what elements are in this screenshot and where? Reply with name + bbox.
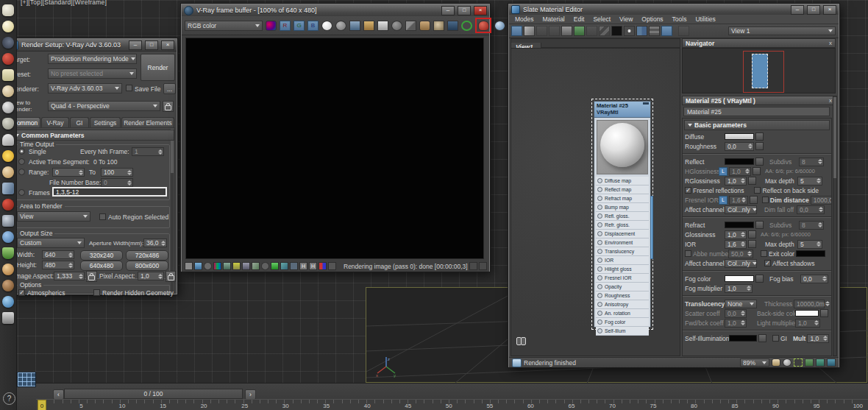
- diffuse-color-swatch[interactable]: [725, 133, 754, 140]
- range-to-spinner[interactable]: 100: [101, 168, 133, 177]
- dim-distance-spinner[interactable]: 1000,0mm: [811, 196, 832, 205]
- ior-spinner[interactable]: 1,6: [725, 240, 747, 249]
- vfb-resize-icon[interactable]: [479, 262, 487, 270]
- navigator-body[interactable]: [682, 48, 836, 93]
- copy-to-clipboard-button[interactable]: [377, 21, 388, 31]
- view-select-dropdown[interactable]: View 1: [728, 26, 836, 35]
- node-slot[interactable]: Refl. gloss.: [596, 212, 649, 221]
- ball-icon[interactable]: [2, 166, 14, 178]
- ior-map-button[interactable]: [748, 240, 756, 248]
- red-channel-button[interactable]: R: [280, 21, 291, 31]
- minimize-button[interactable]: [791, 5, 804, 15]
- menu-item[interactable]: Edit: [574, 15, 585, 23]
- sun-icon[interactable]: [2, 150, 14, 162]
- params-scrollbar[interactable]: [833, 96, 837, 356]
- vfb-tool-icon[interactable]: [204, 262, 212, 270]
- viewport-label[interactable]: [+][Top][Standard][Wireframe]: [21, 0, 107, 6]
- active-time-segment-radio[interactable]: [18, 158, 25, 165]
- selfillum-color-swatch[interactable]: [729, 335, 757, 342]
- vfb-tool-icon[interactable]: [242, 262, 250, 270]
- params-header[interactable]: Material #25 ( VRayMtl ) x: [682, 96, 836, 105]
- stop-render-button[interactable]: [478, 21, 489, 31]
- node-slot[interactable]: Refract map: [596, 194, 649, 203]
- blue-channel-button[interactable]: B: [307, 21, 319, 31]
- slot-connector-icon[interactable]: [597, 187, 602, 192]
- translucency-dropdown[interactable]: None: [725, 300, 757, 308]
- vfb-tool-icon[interactable]: [271, 262, 279, 270]
- node-preview[interactable]: [597, 120, 648, 174]
- maximize-button[interactable]: [807, 5, 820, 15]
- reflect-backside-checkbox[interactable]: [754, 187, 761, 194]
- render-image[interactable]: [185, 38, 484, 259]
- vfb-stereo-icon[interactable]: [319, 262, 327, 270]
- binoculars-icon[interactable]: [516, 337, 527, 345]
- atmospherics-checkbox[interactable]: [18, 289, 25, 296]
- menu-item[interactable]: Utilities: [695, 15, 715, 23]
- vfb-dock-icon[interactable]: [469, 262, 477, 270]
- hand-icon[interactable]: [2, 264, 14, 275]
- fog-bias-spinner[interactable]: 0,0: [800, 275, 828, 283]
- green-channel-button[interactable]: G: [294, 21, 305, 31]
- node-collapse-icon[interactable]: [643, 102, 649, 105]
- timeline-ruler[interactable]: 0510152025303540455055606570758085909510…: [36, 399, 868, 410]
- node-slot[interactable]: Bump map: [596, 203, 649, 212]
- vfb-tool-icon[interactable]: [232, 262, 241, 270]
- vfb-tool-icon[interactable]: [290, 262, 298, 270]
- reflect-maxdepth-spinner[interactable]: 5: [797, 177, 822, 185]
- reflect-map-button[interactable]: [755, 158, 764, 166]
- refract-subdivs-spinner[interactable]: 8: [799, 221, 824, 230]
- shell-icon[interactable]: [2, 280, 14, 291]
- image-aspect-lock-button[interactable]: [86, 271, 97, 282]
- slot-connector-icon[interactable]: [597, 266, 602, 272]
- tab-gi[interactable]: GI: [70, 117, 89, 127]
- show-background-icon[interactable]: [599, 26, 610, 36]
- grass-icon[interactable]: [2, 247, 14, 259]
- zoom-percent-dropdown[interactable]: 89%: [740, 358, 769, 367]
- reflect-affect-channels-dropdown[interactable]: Col...nly: [725, 205, 757, 214]
- preset-dropdown[interactable]: No preset selected: [48, 68, 137, 79]
- close-button[interactable]: [823, 5, 836, 15]
- dim-falloff-spinner[interactable]: 0,0: [797, 205, 825, 214]
- reflect-color-swatch[interactable]: [725, 158, 754, 165]
- material-name-field[interactable]: Material #25: [683, 107, 830, 116]
- node-slot[interactable]: Fog color: [596, 318, 649, 327]
- selfillum-map-button[interactable]: [758, 334, 766, 342]
- refract-map-button[interactable]: [755, 221, 764, 229]
- node-slot[interactable]: Diffuse map: [596, 177, 649, 185]
- menu-item[interactable]: Material: [543, 15, 565, 23]
- range-from-spinner[interactable]: 0: [52, 168, 85, 177]
- scatter-spinner[interactable]: 0,0: [725, 309, 747, 318]
- beige-sphere-icon[interactable]: [2, 85, 14, 97]
- slot-connector-icon[interactable]: [597, 302, 602, 307]
- render-setup-titlebar[interactable]: Render Setup: V-Ray Adv 3.60.03: [7, 39, 177, 52]
- diffuse-map-button[interactable]: [755, 132, 764, 141]
- view-to-render-dropdown[interactable]: Quad 4 - Perspective: [48, 101, 160, 111]
- glossiness-map-button[interactable]: [748, 230, 756, 238]
- help-icon[interactable]: ?: [3, 392, 15, 405]
- target-dropdown[interactable]: Production Rendering Mode: [48, 54, 137, 64]
- delete-selected-icon[interactable]: [561, 26, 572, 36]
- node-slot[interactable]: Fresnel IOR: [596, 274, 649, 283]
- menu-item[interactable]: Modes: [515, 15, 534, 23]
- fog-color-map-button[interactable]: [755, 275, 764, 283]
- slot-connector-icon[interactable]: [597, 311, 602, 316]
- rig-icon[interactable]: [2, 215, 14, 227]
- lock-view-button[interactable]: [163, 101, 174, 112]
- select-tool-icon[interactable]: [511, 26, 522, 36]
- refract-color-swatch[interactable]: [725, 222, 754, 228]
- slot-connector-icon[interactable]: [597, 178, 602, 183]
- maximize-button[interactable]: [145, 40, 158, 50]
- clear-image-button[interactable]: [391, 21, 402, 31]
- material-node[interactable]: Material #25 VRayMtl Diffuse map Refle: [594, 101, 651, 328]
- panel-scrollbar[interactable]: [171, 129, 174, 292]
- pan-hand-icon[interactable]: [772, 358, 780, 367]
- slot-connector-icon[interactable]: [597, 319, 602, 325]
- earth-icon[interactable]: [2, 296, 14, 308]
- node-slot[interactable]: IOR: [596, 256, 649, 265]
- frames-radio[interactable]: [18, 189, 25, 196]
- stamp-button[interactable]: [447, 21, 458, 31]
- slot-connector-icon[interactable]: [597, 240, 602, 245]
- roughness-spinner[interactable]: 0,0: [725, 142, 754, 151]
- affect-shadows-checkbox[interactable]: [764, 260, 771, 266]
- basic-parameters-rollout[interactable]: Basic parameters: [684, 120, 830, 130]
